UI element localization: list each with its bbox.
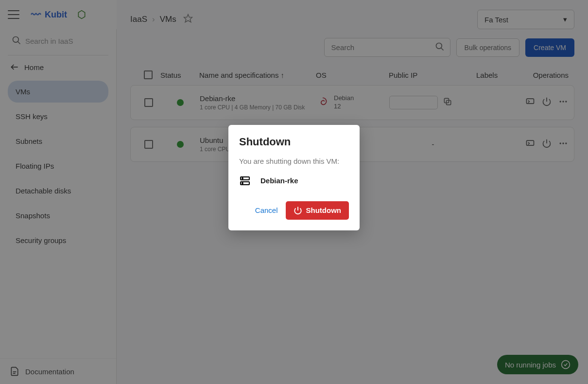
- modal-vm-name: Debian-rke: [260, 176, 298, 185]
- shutdown-confirm-button[interactable]: Shutdown: [286, 201, 349, 220]
- modal-actions: Cancel Shutdown: [239, 201, 349, 220]
- power-icon: [294, 206, 302, 215]
- modal-message: You are shutting down this VM:: [239, 157, 349, 165]
- modal-vm-info: Debian-rke: [239, 175, 349, 187]
- cancel-button[interactable]: Cancel: [255, 206, 278, 214]
- svg-point-24: [242, 183, 243, 184]
- svg-point-23: [242, 178, 243, 179]
- shutdown-modal: Shutdown You are shutting down this VM: …: [228, 125, 360, 230]
- modal-overlay[interactable]: Shutdown You are shutting down this VM: …: [0, 0, 588, 384]
- server-icon: [239, 175, 251, 187]
- modal-title: Shutdown: [239, 136, 349, 148]
